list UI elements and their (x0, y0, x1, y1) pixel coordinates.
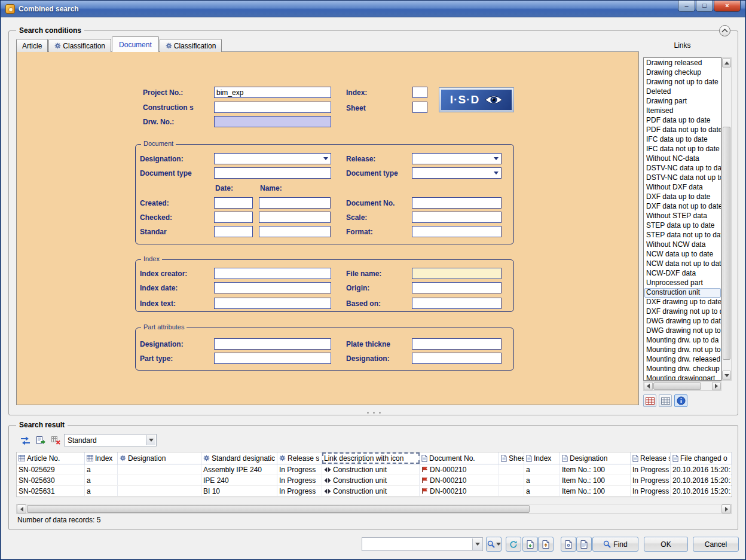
refresh-button[interactable] (506, 537, 521, 552)
link-item[interactable]: NCW-DXF data (644, 269, 721, 279)
link-item[interactable]: Without STEP data (644, 212, 721, 221)
link-item[interactable]: Construction unit (644, 288, 721, 298)
checked-date-input[interactable] (214, 212, 253, 223)
link-item[interactable]: Without NC-data (644, 154, 721, 164)
collapse-button[interactable] (719, 25, 730, 36)
origin-input[interactable] (412, 282, 502, 293)
find-button[interactable]: Find (592, 537, 638, 552)
minimize-button[interactable]: – (678, 1, 695, 12)
link-item[interactable]: DWG drawing up to dat (644, 317, 721, 326)
column-header[interactable]: Index (524, 452, 560, 464)
index-text-input[interactable] (214, 298, 331, 309)
column-header[interactable]: File changed o (671, 452, 732, 464)
scale-input[interactable] (412, 212, 502, 223)
created-name-input[interactable] (259, 197, 331, 209)
doc-preview-button[interactable] (576, 537, 592, 552)
link-item[interactable]: DSTV-NC data not up to date (644, 173, 721, 183)
based-on-input[interactable] (412, 298, 502, 309)
link-item[interactable]: Mounting drw. up to da (644, 336, 721, 345)
designation-combo[interactable] (214, 153, 331, 164)
link-item[interactable]: NCW data up to date (644, 250, 721, 259)
scrollbar-thumb[interactable] (653, 382, 701, 390)
table-horizontal-scrollbar[interactable] (16, 504, 732, 514)
maximize-button[interactable]: □ (696, 1, 713, 12)
link-item[interactable]: Drawing part (644, 97, 721, 106)
clear-filter-button[interactable] (49, 434, 62, 446)
sheet-input[interactable] (412, 102, 427, 113)
column-header[interactable]: Standard designatic (201, 452, 277, 464)
index-creator-input[interactable] (214, 268, 331, 279)
format-input[interactable] (412, 226, 502, 237)
result-filter-combo[interactable]: Standard (64, 434, 157, 446)
export-results-button[interactable] (34, 434, 47, 446)
footer-combo[interactable] (362, 537, 483, 551)
column-header[interactable]: Designation (560, 452, 631, 464)
link-item[interactable]: DXF drawing up to date (644, 298, 721, 307)
link-item[interactable]: PDF data up to date (644, 116, 721, 126)
scrollbar-thumb[interactable] (723, 127, 730, 360)
tab-document[interactable]: Document (112, 36, 159, 52)
created-date-input[interactable] (214, 197, 253, 209)
tab-classification[interactable]: Classification (48, 39, 111, 52)
column-header[interactable]: Shee (499, 452, 524, 464)
part-designation-input[interactable] (214, 338, 331, 350)
splitter-handle[interactable] (356, 412, 392, 414)
link-item[interactable]: DWG drawing not up to (644, 326, 721, 336)
link-item[interactable]: STEP data up to date (644, 221, 721, 231)
link-item[interactable]: STEP data not up to date (644, 231, 721, 240)
link-item[interactable]: Mounting drw. checkup (644, 365, 721, 374)
scroll-right-button[interactable] (721, 504, 731, 513)
doc-export-button[interactable] (538, 537, 554, 552)
project-no-input[interactable] (214, 87, 331, 98)
column-header[interactable]: Release s (277, 452, 322, 464)
links-red-grid-button[interactable] (643, 394, 656, 407)
close-button[interactable]: × (714, 1, 741, 12)
table-row[interactable]: SN-025629aAssembly IPE 240In ProgressCon… (17, 464, 731, 475)
link-item[interactable]: NCW data not up to date (644, 259, 721, 269)
links-grid-button[interactable] (659, 394, 672, 407)
part-type-input[interactable] (214, 353, 331, 364)
doc-settings-button[interactable] (561, 537, 576, 552)
index-input[interactable] (412, 87, 427, 98)
links-vertical-scrollbar[interactable] (721, 57, 732, 381)
cancel-button[interactable]: Cancel (693, 537, 739, 552)
column-header[interactable]: Document No. (420, 452, 499, 464)
construction-input[interactable] (214, 102, 331, 113)
links-info-button[interactable] (674, 394, 687, 407)
link-item[interactable]: Itemised (644, 106, 721, 116)
plate-thickness-input[interactable] (412, 338, 502, 350)
link-item[interactable]: DXF data up to date (644, 192, 721, 202)
scroll-left-button[interactable] (644, 382, 653, 390)
link-item[interactable]: DSTV-NC data up to date (644, 164, 721, 173)
ok-button[interactable]: OK (644, 537, 688, 552)
sync-results-button[interactable] (19, 434, 32, 446)
link-item[interactable]: Mounting drawingpart (644, 374, 721, 381)
link-item[interactable]: Without DXF data (644, 183, 721, 192)
index-date-input[interactable] (214, 282, 331, 293)
column-header[interactable]: Link description with icon (322, 452, 420, 464)
scrollbar-thumb[interactable] (27, 505, 530, 513)
scroll-right-button[interactable] (712, 382, 721, 390)
standard-date-input[interactable] (214, 226, 253, 237)
doc-import-button[interactable] (522, 537, 538, 552)
document-type-input[interactable] (214, 167, 331, 179)
scroll-left-button[interactable] (17, 504, 26, 513)
scroll-down-button[interactable] (722, 371, 731, 380)
table-row[interactable]: SN-025631aBI 10In ProgressConstruction u… (17, 486, 731, 497)
file-name-input[interactable] (412, 268, 502, 279)
checked-name-input[interactable] (259, 212, 331, 223)
link-item[interactable]: Mounting drw. not up to (644, 345, 721, 355)
link-item[interactable]: Deleted (644, 87, 721, 97)
part-designation2-input[interactable] (412, 353, 502, 364)
column-header[interactable]: Index (85, 452, 118, 464)
drw-no-input[interactable] (214, 116, 331, 127)
document-type-combo[interactable] (412, 167, 502, 179)
link-item[interactable]: PDF data not up to date (644, 126, 721, 135)
release-combo[interactable] (412, 153, 502, 164)
link-item[interactable]: DXF data not up to date (644, 202, 721, 212)
tab-article[interactable]: Article (16, 39, 48, 52)
link-item[interactable]: DXF drawing not up to d (644, 307, 721, 317)
link-item[interactable]: Drawing checkup (644, 68, 721, 78)
link-item[interactable]: Drawing released (644, 59, 721, 68)
link-item[interactable]: IFC data not up to date (644, 145, 721, 154)
